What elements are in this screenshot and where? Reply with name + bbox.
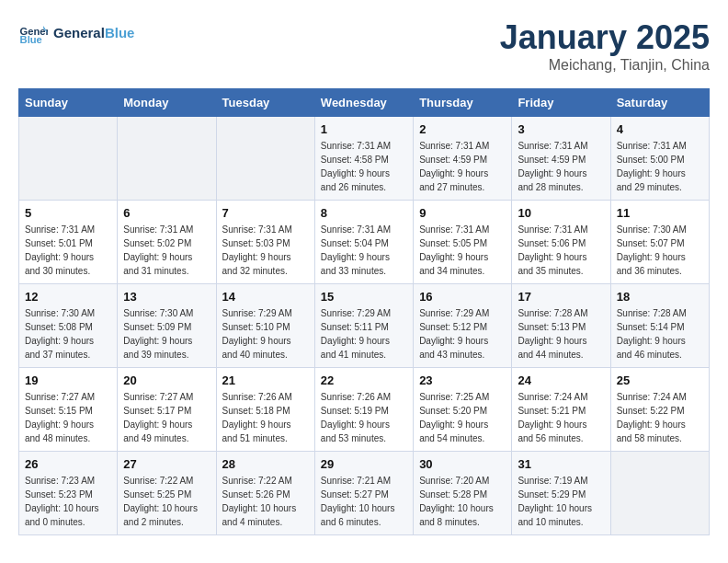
- calendar-cell: 28Sunrise: 7:22 AMSunset: 5:26 PMDayligh…: [216, 452, 314, 535]
- day-number: 9: [419, 206, 506, 220]
- day-number: 16: [419, 290, 506, 304]
- day-info: Sunrise: 7:22 AMSunset: 5:25 PMDaylight:…: [123, 474, 210, 529]
- calendar-week-row: 26Sunrise: 7:23 AMSunset: 5:23 PMDayligh…: [19, 452, 710, 535]
- day-info: Sunrise: 7:20 AMSunset: 5:28 PMDaylight:…: [419, 474, 506, 529]
- logo-icon: General Blue: [18, 18, 48, 48]
- day-info: Sunrise: 7:25 AMSunset: 5:20 PMDaylight:…: [419, 390, 506, 445]
- logo-text: GeneralBlue: [53, 25, 134, 41]
- logo: General Blue GeneralBlue: [18, 18, 134, 48]
- day-number: 27: [123, 457, 210, 471]
- svg-text:Blue: Blue: [20, 34, 42, 45]
- day-number: 13: [123, 290, 210, 304]
- calendar-cell: 9Sunrise: 7:31 AMSunset: 5:05 PMDaylight…: [414, 201, 512, 284]
- day-number: 26: [25, 457, 111, 471]
- day-number: 28: [222, 457, 309, 471]
- calendar-cell: 31Sunrise: 7:19 AMSunset: 5:29 PMDayligh…: [512, 452, 610, 535]
- calendar-cell: 29Sunrise: 7:21 AMSunset: 5:27 PMDayligh…: [314, 452, 413, 535]
- calendar-week-row: 19Sunrise: 7:27 AMSunset: 5:15 PMDayligh…: [19, 368, 710, 452]
- calendar-cell: 23Sunrise: 7:25 AMSunset: 5:20 PMDayligh…: [414, 368, 512, 452]
- day-number: 21: [222, 373, 309, 387]
- weekday-header: Saturday: [610, 89, 709, 117]
- day-number: 31: [518, 457, 604, 471]
- day-info: Sunrise: 7:26 AMSunset: 5:19 PMDaylight:…: [321, 390, 407, 445]
- day-number: 15: [321, 290, 407, 304]
- calendar-cell: 30Sunrise: 7:20 AMSunset: 5:28 PMDayligh…: [414, 452, 512, 535]
- calendar-week-row: 12Sunrise: 7:30 AMSunset: 5:08 PMDayligh…: [19, 284, 710, 368]
- day-info: Sunrise: 7:24 AMSunset: 5:22 PMDaylight:…: [617, 390, 703, 445]
- day-number: 25: [617, 373, 703, 387]
- day-number: 7: [222, 206, 309, 220]
- day-info: Sunrise: 7:29 AMSunset: 5:10 PMDaylight:…: [222, 306, 309, 362]
- day-info: Sunrise: 7:31 AMSunset: 4:58 PMDaylight:…: [321, 139, 407, 194]
- day-info: Sunrise: 7:30 AMSunset: 5:07 PMDaylight:…: [617, 223, 703, 278]
- day-info: Sunrise: 7:21 AMSunset: 5:27 PMDaylight:…: [321, 474, 407, 529]
- day-info: Sunrise: 7:24 AMSunset: 5:21 PMDaylight:…: [518, 390, 604, 445]
- day-number: 2: [419, 122, 506, 136]
- calendar-cell: [19, 117, 118, 201]
- weekday-header: Friday: [512, 89, 610, 117]
- day-number: 18: [617, 290, 703, 304]
- day-info: Sunrise: 7:31 AMSunset: 5:02 PMDaylight:…: [123, 223, 210, 278]
- calendar-cell: 10Sunrise: 7:31 AMSunset: 5:06 PMDayligh…: [512, 201, 610, 284]
- day-number: 8: [321, 206, 407, 220]
- calendar-cell: 4Sunrise: 7:31 AMSunset: 5:00 PMDaylight…: [610, 117, 709, 201]
- day-info: Sunrise: 7:31 AMSunset: 4:59 PMDaylight:…: [518, 139, 604, 194]
- day-info: Sunrise: 7:31 AMSunset: 5:06 PMDaylight:…: [518, 223, 604, 278]
- day-info: Sunrise: 7:29 AMSunset: 5:12 PMDaylight:…: [419, 306, 506, 362]
- day-info: Sunrise: 7:23 AMSunset: 5:23 PMDaylight:…: [25, 474, 111, 529]
- calendar-cell: 8Sunrise: 7:31 AMSunset: 5:04 PMDaylight…: [314, 201, 413, 284]
- calendar-week-row: 1Sunrise: 7:31 AMSunset: 4:58 PMDaylight…: [19, 117, 710, 201]
- weekday-header: Tuesday: [216, 89, 314, 117]
- calendar-cell: 18Sunrise: 7:28 AMSunset: 5:14 PMDayligh…: [610, 284, 709, 368]
- day-info: Sunrise: 7:27 AMSunset: 5:17 PMDaylight:…: [123, 390, 210, 445]
- calendar-cell: 25Sunrise: 7:24 AMSunset: 5:22 PMDayligh…: [610, 368, 709, 452]
- calendar-cell: 24Sunrise: 7:24 AMSunset: 5:21 PMDayligh…: [512, 368, 610, 452]
- day-number: 19: [25, 373, 111, 387]
- day-info: Sunrise: 7:30 AMSunset: 5:09 PMDaylight:…: [123, 306, 210, 362]
- day-number: 29: [321, 457, 407, 471]
- calendar-cell: 15Sunrise: 7:29 AMSunset: 5:11 PMDayligh…: [314, 284, 413, 368]
- calendar-week-row: 5Sunrise: 7:31 AMSunset: 5:01 PMDaylight…: [19, 201, 710, 284]
- calendar-cell: 20Sunrise: 7:27 AMSunset: 5:17 PMDayligh…: [118, 368, 216, 452]
- weekday-header: Sunday: [19, 89, 118, 117]
- title-block: January 2025 Meichang, Tianjin, China: [500, 18, 710, 74]
- calendar-cell: 11Sunrise: 7:30 AMSunset: 5:07 PMDayligh…: [610, 201, 709, 284]
- calendar-cell: 3Sunrise: 7:31 AMSunset: 4:59 PMDaylight…: [512, 117, 610, 201]
- calendar-cell: 2Sunrise: 7:31 AMSunset: 4:59 PMDaylight…: [414, 117, 512, 201]
- day-number: 17: [518, 290, 604, 304]
- day-number: 23: [419, 373, 506, 387]
- day-info: Sunrise: 7:29 AMSunset: 5:11 PMDaylight:…: [321, 306, 407, 362]
- calendar-cell: 5Sunrise: 7:31 AMSunset: 5:01 PMDaylight…: [19, 201, 118, 284]
- weekday-header: Monday: [118, 89, 216, 117]
- day-info: Sunrise: 7:31 AMSunset: 5:05 PMDaylight:…: [419, 223, 506, 278]
- calendar-cell: 27Sunrise: 7:22 AMSunset: 5:25 PMDayligh…: [118, 452, 216, 535]
- day-number: 22: [321, 373, 407, 387]
- calendar-table: SundayMondayTuesdayWednesdayThursdayFrid…: [18, 88, 710, 535]
- calendar-cell: [216, 117, 314, 201]
- calendar-subtitle: Meichang, Tianjin, China: [500, 57, 710, 74]
- calendar-cell: 7Sunrise: 7:31 AMSunset: 5:03 PMDaylight…: [216, 201, 314, 284]
- weekday-header: Wednesday: [314, 89, 413, 117]
- day-info: Sunrise: 7:31 AMSunset: 5:04 PMDaylight:…: [321, 223, 407, 278]
- calendar-cell: 19Sunrise: 7:27 AMSunset: 5:15 PMDayligh…: [19, 368, 118, 452]
- day-number: 4: [617, 122, 703, 136]
- day-number: 24: [518, 373, 604, 387]
- day-number: 1: [321, 122, 407, 136]
- day-number: 11: [617, 206, 703, 220]
- day-number: 14: [222, 290, 309, 304]
- day-number: 6: [123, 206, 210, 220]
- day-number: 30: [419, 457, 506, 471]
- day-info: Sunrise: 7:31 AMSunset: 5:00 PMDaylight:…: [617, 139, 703, 194]
- calendar-cell: 21Sunrise: 7:26 AMSunset: 5:18 PMDayligh…: [216, 368, 314, 452]
- calendar-title: January 2025: [500, 18, 710, 57]
- calendar-cell: 6Sunrise: 7:31 AMSunset: 5:02 PMDaylight…: [118, 201, 216, 284]
- calendar-cell: 13Sunrise: 7:30 AMSunset: 5:09 PMDayligh…: [118, 284, 216, 368]
- day-info: Sunrise: 7:27 AMSunset: 5:15 PMDaylight:…: [25, 390, 111, 445]
- calendar-cell: [610, 452, 709, 535]
- calendar-cell: 14Sunrise: 7:29 AMSunset: 5:10 PMDayligh…: [216, 284, 314, 368]
- day-number: 10: [518, 206, 604, 220]
- day-info: Sunrise: 7:31 AMSunset: 5:01 PMDaylight:…: [25, 223, 111, 278]
- calendar-cell: 1Sunrise: 7:31 AMSunset: 4:58 PMDaylight…: [314, 117, 413, 201]
- day-info: Sunrise: 7:26 AMSunset: 5:18 PMDaylight:…: [222, 390, 309, 445]
- calendar-cell: [118, 117, 216, 201]
